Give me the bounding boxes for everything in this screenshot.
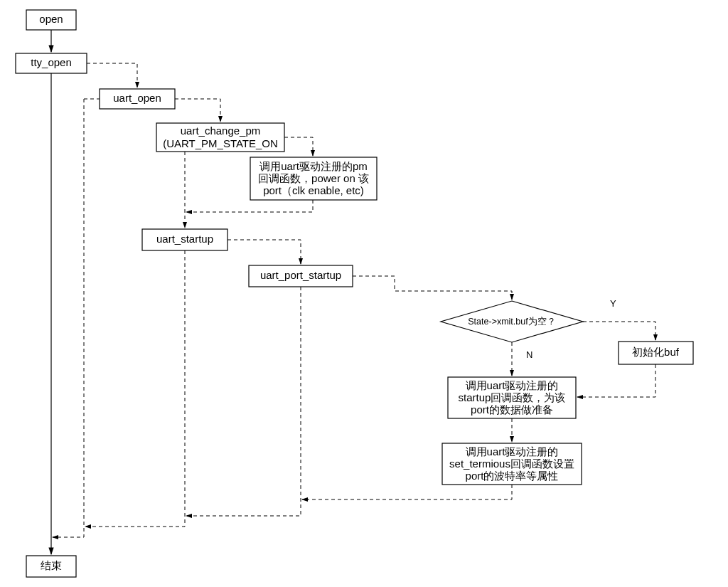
node-uart-port-startup-label: uart_port_startup	[260, 269, 341, 281]
label-yes: Y	[610, 298, 616, 309]
edge-startup-return	[85, 250, 185, 527]
node-startup-callback-l2: startup回调函数，为该	[459, 391, 566, 403]
node-tty-open-label: tty_open	[31, 56, 72, 68]
node-pm-callback-l2: 回调函数，power on 该	[258, 172, 369, 184]
node-uart-open-label: uart_open	[113, 92, 161, 104]
node-pm-callback-l3: port（clk enable, etc)	[263, 184, 364, 196]
node-end-label: 结束	[41, 559, 62, 571]
node-startup-callback-l1: 调用uart驱动注册的	[466, 379, 559, 391]
node-pm-callback-l1: 调用uart驱动注册的pm	[259, 160, 368, 172]
node-uart-change-pm-l2: (UART_PM_STATE_ON	[163, 137, 278, 149]
edge-uartopen-changepm	[175, 99, 220, 122]
label-no: N	[526, 349, 532, 360]
edge-portstartup-decision	[353, 276, 512, 300]
edge-ttyopen-uartopen	[87, 63, 137, 88]
node-init-buf-label: 初始化buf	[632, 346, 680, 358]
edge-changepm-pmcb	[284, 137, 313, 156]
edge-startup-portstartup	[228, 240, 301, 264]
node-termios-callback-l1: 调用uart驱动注册的	[466, 445, 559, 458]
node-startup-callback-l3: port的数据做准备	[471, 403, 553, 416]
node-decision-label: State->xmit.buf为空？	[468, 317, 555, 327]
node-uart-startup-label: uart_startup	[156, 233, 213, 245]
edge-pmcb-return	[186, 200, 313, 212]
edge-uartopen-return	[53, 99, 84, 537]
node-termios-callback-l3: port的波特率等属性	[466, 470, 559, 482]
edge-portstartup-return	[186, 287, 301, 516]
node-termios-callback-l2: set_termious回调函数设置	[449, 458, 574, 470]
node-open-label: open	[39, 13, 63, 25]
edge-initbuf-startupcb	[577, 364, 655, 397]
flowchart: open tty_open uart_open uart_change_pm (…	[0, 0, 728, 587]
node-uart-change-pm-l1: uart_change_pm	[181, 125, 261, 137]
edge-termios-return	[302, 485, 512, 499]
edge-decision-yes	[583, 322, 655, 340]
